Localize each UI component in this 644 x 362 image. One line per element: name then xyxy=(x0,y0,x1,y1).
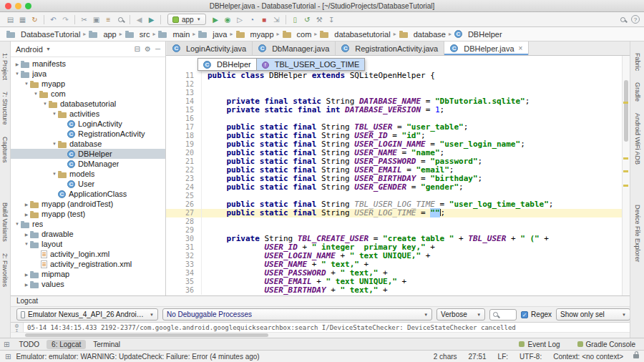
tree-open-arrow-icon[interactable]: ▼ xyxy=(23,242,30,246)
run-coverage-icon[interactable]: ▷ xyxy=(234,14,246,26)
warning-stripe-mark[interactable] xyxy=(623,102,628,104)
tree-item-dbmanager[interactable]: CDbManager xyxy=(11,159,165,169)
warning-stripe-mark[interactable] xyxy=(623,185,628,187)
breadcrumb-item-app[interactable]: app xyxy=(89,30,116,39)
code-line[interactable]: 27 public static final String USER_LOG_T… xyxy=(166,209,630,217)
tree-open-arrow-icon[interactable]: ▼ xyxy=(23,82,30,86)
tree-item-activity-login-xml[interactable]: activity_login.xml xyxy=(11,249,165,259)
collapse-all-icon[interactable]: ⊟ xyxy=(135,45,140,53)
toolwindow-button-android-wifi-adb[interactable]: Android WiFi ADB xyxy=(634,113,641,165)
toolwindow-button-1-project[interactable]: 1: Project xyxy=(1,53,9,80)
code-line[interactable]: 11public class DBHelper extends SQLiteOp… xyxy=(166,72,630,80)
code-line[interactable]: 15 private static final int DATABASE_VER… xyxy=(166,106,630,114)
editor-tab-loginactivity-java[interactable]: CLoginActivity.java xyxy=(167,41,253,55)
toolwindow-tab-gradle-console[interactable]: Gradle Console xyxy=(572,340,640,349)
zoom-window-button[interactable] xyxy=(25,3,31,9)
open-project-icon[interactable]: ▤ xyxy=(4,14,16,26)
tree-item-applicationclass[interactable]: CApplicationClass xyxy=(11,189,165,199)
statusbar-grid-icon[interactable]: ⊞ xyxy=(5,353,11,361)
scrollbar-thumb[interactable] xyxy=(25,333,268,337)
attach-debugger-icon[interactable]: ⇲ xyxy=(270,14,283,26)
breadcrumb-item-java[interactable]: java xyxy=(198,30,227,39)
toolwindow-switcher-icon[interactable]: ⊞ xyxy=(4,341,9,348)
run-configuration-selector[interactable]: app▼ xyxy=(167,14,206,25)
tree-open-arrow-icon[interactable]: ▼ xyxy=(51,172,58,176)
tree-item-loginactivity[interactable]: CLoginActivity xyxy=(11,119,165,129)
log-level-selector[interactable]: Verbose ▼ xyxy=(436,308,485,321)
tree-item-activities[interactable]: ▼activities xyxy=(11,109,165,119)
sdk-manager-icon[interactable]: ↧ xyxy=(326,14,338,26)
close-window-button[interactable] xyxy=(5,3,11,9)
toolwindow-button-gradle[interactable]: Gradle xyxy=(634,82,641,102)
hide-panel-icon[interactable]: ─ xyxy=(155,45,160,53)
encoding-indicator[interactable]: UTF-8: xyxy=(519,353,542,361)
code-line[interactable]: 36 USER_BIRTHDAY + " text," + xyxy=(166,286,630,295)
paste-icon[interactable]: ≡ xyxy=(102,14,114,26)
toolwindow-button-7-structure[interactable]: 7: Structure xyxy=(1,92,9,125)
lock-icon[interactable] xyxy=(633,354,639,358)
tree-item-res[interactable]: ▼res xyxy=(11,219,165,229)
back-arrow-icon[interactable]: ◀ xyxy=(133,14,145,26)
tree-open-arrow-icon[interactable]: ▼ xyxy=(14,72,21,76)
toolwindow-button-fabric[interactable]: Fabric xyxy=(634,53,641,71)
toolwindow-tab-event-log[interactable]: Event Log xyxy=(514,340,565,349)
tree-closed-arrow-icon[interactable]: ▶ xyxy=(23,232,30,237)
forward-arrow-icon[interactable]: ▶ xyxy=(145,14,157,26)
breadcrumb-item-myapp[interactable]: myapp xyxy=(236,30,274,39)
context-popup-item-tbl-user-log-time[interactable]: fTBL_USER_LOG_TIME xyxy=(257,58,366,71)
editor[interactable]: 11public class DBHelper extends SQLiteOp… xyxy=(166,56,630,295)
tree-item-myapp[interactable]: ▼myapp xyxy=(11,79,165,89)
tree-item-drawable[interactable]: ▶drawable xyxy=(11,229,165,239)
tree-item-registrationactivity[interactable]: CRegistrationActivity xyxy=(11,129,165,139)
tree-item-activity-registration-xml[interactable]: activity_registration.xml xyxy=(11,259,165,269)
tree-item-user[interactable]: CUser xyxy=(11,179,165,189)
build-icon[interactable]: ⚒ xyxy=(313,14,326,26)
stop-icon[interactable]: ■ xyxy=(258,14,270,26)
warning-stripe-mark[interactable] xyxy=(623,157,628,160)
toolwindow-button-device-file-explorer[interactable]: Device File Explorer xyxy=(634,205,641,263)
tree-closed-arrow-icon[interactable]: ▶ xyxy=(14,62,21,67)
code-line[interactable]: 28 xyxy=(166,217,630,226)
run-icon[interactable]: ▶ xyxy=(210,14,222,26)
toolwindow-tab-todo[interactable]: TODO xyxy=(14,340,44,349)
breadcrumb-item-src[interactable]: src xyxy=(125,30,150,39)
editor-scrollbar[interactable] xyxy=(622,56,630,295)
scrollbar-thumb[interactable] xyxy=(624,80,628,142)
tree-closed-arrow-icon[interactable]: ▶ xyxy=(23,282,30,287)
toolwindow-tab-6-logcat[interactable]: 6: Logcat xyxy=(47,340,86,349)
logcat-filter-selector[interactable]: Show only sel ▼ xyxy=(556,308,630,321)
editor-tab-registrationactivity-java[interactable]: CRegistrationActivity.java xyxy=(336,41,444,55)
profiler-icon[interactable]: ◔ xyxy=(246,14,258,26)
context-indicator[interactable]: Context: <no context> xyxy=(553,353,623,361)
breadcrumb-item-main[interactable]: main xyxy=(158,30,190,39)
project-view-selector[interactable]: Android xyxy=(16,45,43,54)
caret-position[interactable]: 27:51 xyxy=(469,353,487,361)
redo-icon[interactable]: ↷ xyxy=(59,14,72,26)
settings-gear-icon[interactable]: ⚙ xyxy=(145,45,151,53)
breadcrumb-item-dbhelper[interactable]: CDBHelper xyxy=(454,30,502,39)
process-selector[interactable]: No Debuggable Processes ▼ xyxy=(162,308,432,321)
tree-item-dbhelper[interactable]: CDBHelper xyxy=(11,149,165,159)
tree-open-arrow-icon[interactable]: ▼ xyxy=(51,112,58,116)
tree-open-arrow-icon[interactable]: ▼ xyxy=(14,222,21,226)
tree-item-mipmap[interactable]: ▶mipmap xyxy=(11,269,165,279)
find-icon[interactable] xyxy=(114,14,127,26)
tree-open-arrow-icon[interactable]: ▼ xyxy=(51,142,58,146)
tree-item-databasetutorial[interactable]: ▼databasetutorial xyxy=(11,99,165,109)
context-popup-item-dbhelper[interactable]: CDBHelper xyxy=(197,58,257,71)
toolwindow-button-build-variants[interactable]: Build Variants xyxy=(1,202,9,242)
save-all-icon[interactable]: ▦ xyxy=(16,14,29,26)
breadcrumb-item-databasetutorial[interactable]: DatabaseTutorial xyxy=(6,30,80,39)
sync-gradle-icon[interactable]: ↺ xyxy=(301,14,313,26)
search-everywhere-icon[interactable] xyxy=(620,17,625,22)
help-icon[interactable]: ? xyxy=(631,15,640,24)
sync-files-icon[interactable]: ↻ xyxy=(29,14,41,26)
editor-tab-dbhelper-java[interactable]: CDBHelper.java× xyxy=(444,41,529,55)
warning-stripe-mark[interactable] xyxy=(623,170,628,172)
toolwindow-tab-terminal[interactable]: Terminal xyxy=(88,340,125,349)
toolwindow-button-captures[interactable]: Captures xyxy=(1,137,9,163)
cut-icon[interactable]: ✂ xyxy=(78,14,90,26)
undo-icon[interactable]: ↶ xyxy=(47,14,59,26)
tree-item-values[interactable]: ▶values xyxy=(11,279,165,289)
breadcrumb-item-database[interactable]: database xyxy=(399,30,446,39)
